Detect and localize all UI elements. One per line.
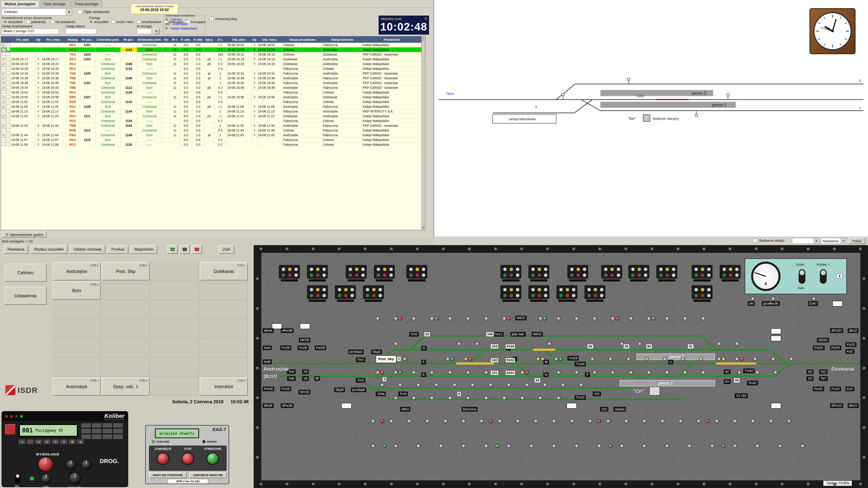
train-row[interactable]: ROJDziekanat1116——0.00.0II 2FabrycznaCel… (1, 119, 422, 123)
column-header[interactable]: Rodzaj (66, 37, 79, 43)
radio-dot[interactable] (3, 20, 7, 24)
column-header[interactable]: Prz. rzecz. (41, 37, 66, 43)
radio-key[interactable] (114, 435, 123, 439)
row-checkbox[interactable] (6, 114, 10, 117)
row-checkbox[interactable]: ✓ (2, 58, 5, 61)
wprowadzanie-godzin-button[interactable]: ◷ Wprowadzanie godzin (2, 232, 46, 237)
radio-key[interactable] (103, 429, 112, 433)
station-call-button[interactable] (102, 301, 150, 319)
edit-note-button[interactable]: ✎ (153, 29, 159, 34)
column-header[interactable] (1, 37, 6, 43)
row-checkbox[interactable] (6, 133, 10, 136)
row-checkbox[interactable] (6, 138, 10, 141)
station-call-button[interactable] (200, 320, 248, 338)
row-checkbox[interactable]: ✓ (2, 124, 5, 127)
radio-option[interactable]: uruchamiane (137, 20, 161, 24)
station-call-button[interactable] (151, 320, 199, 338)
function-key[interactable] (77, 440, 84, 444)
station-call-button[interactable] (151, 282, 199, 300)
train-row[interactable]: 19-06 10:52019-06 10:52ROJDziekanat1126—… (1, 90, 422, 95)
column-header[interactable]: Przewoźnik (362, 37, 422, 43)
function-key[interactable] (44, 440, 51, 444)
station-call-button[interactable] (102, 282, 150, 300)
sledzenie-skladu-checkbox[interactable]: Śledzenie składu (753, 238, 784, 242)
handset-button[interactable]: ☎ (180, 245, 190, 254)
row-checkbox[interactable] (6, 43, 10, 46)
row-checkbox[interactable]: ✓ (2, 81, 5, 85)
station-call-button[interactable] (151, 339, 199, 357)
row-checkbox[interactable] (6, 86, 10, 89)
emergency-open-button[interactable]: AWARYJNE OTWIERANIE (149, 472, 186, 478)
row-checkbox[interactable] (6, 52, 10, 56)
station-call-button[interactable] (53, 358, 101, 377)
row-checkbox[interactable] (6, 95, 10, 98)
station-call-button[interactable]: 0:00 s Post. Skp (102, 262, 150, 281)
row-checkbox[interactable]: ✓ (2, 115, 5, 118)
train-row[interactable]: ✓19-06 11:34019-06 11:34TMEDziekanat1182… (1, 123, 422, 128)
row-checkbox[interactable] (6, 128, 10, 131)
column-header[interactable]: Stacja końcowa (322, 37, 362, 43)
nasluch-knob[interactable] (69, 472, 81, 484)
column-header[interactable]: Tor (162, 37, 170, 43)
radio-option[interactable]: wszystkie (89, 20, 108, 24)
column-header[interactable]: W kierunku post. (137, 37, 162, 43)
tab[interactable]: Wykaz pociągów (1, 0, 39, 7)
scroll-down-icon[interactable]: ▼ (422, 226, 425, 230)
sfr-knob[interactable] (41, 474, 51, 484)
stop-button[interactable] (182, 452, 194, 465)
column-header[interactable]: Nr t. (170, 37, 180, 43)
radio-key[interactable] (92, 429, 102, 433)
column-header[interactable] (6, 37, 10, 43)
station-call-button[interactable] (53, 301, 101, 319)
row-checkbox[interactable] (6, 100, 10, 103)
train-row[interactable]: 19-06 11:13019-06 11:13EIEDziekanat1144B… (1, 109, 422, 114)
radio-option[interactable]: nie potwierdz. (51, 20, 76, 24)
function-key[interactable] (61, 440, 67, 444)
column-header[interactable]: P. odd. (192, 37, 204, 43)
collapse-button[interactable]: Zwiń (219, 245, 234, 254)
row-checkbox[interactable] (6, 57, 10, 60)
row-checkbox[interactable] (6, 76, 10, 79)
row-checkbox[interactable]: ✓ (2, 43, 5, 47)
train-row[interactable]: TKS1103——Dziekanat110.00.010419-06 10:10… (1, 52, 422, 57)
knob-b[interactable] (81, 459, 92, 470)
radio-dot[interactable] (26, 20, 30, 24)
toolbar-button[interactable]: Klawiatura (4, 245, 28, 254)
station-call-button[interactable] (200, 339, 248, 357)
column-header[interactable]: Nr poc. (79, 37, 95, 43)
row-checkbox[interactable]: ✓ (2, 100, 5, 104)
chevron-down-icon[interactable]: ▼ (66, 9, 72, 15)
column-header[interactable]: P. ł. (214, 37, 226, 43)
row-checkbox[interactable] (2, 138, 5, 141)
row-checkbox[interactable]: ✓ (2, 86, 5, 90)
train-row[interactable]: ✓19-06 10:29019-06 10:29TNE1105BzinDziek… (1, 71, 422, 76)
radio-key[interactable] (82, 423, 91, 428)
train-row[interactable]: ✓19-06 11:02019-06 11:02ROEDziekanat1132… (1, 100, 422, 104)
function-key[interactable] (52, 440, 59, 444)
function-key[interactable] (69, 440, 76, 444)
checkbox[interactable] (753, 238, 757, 242)
row-checkbox[interactable]: ✓ (2, 76, 5, 80)
train-row[interactable]: 19-06 11:57019-06 11:57ROJ1115Bzin——0.00… (1, 138, 422, 142)
emergency-close-button[interactable]: ZAMKNIĘCIE AWARYJNE (189, 472, 227, 478)
row-checkbox[interactable] (6, 90, 10, 94)
close-crossing-button[interactable] (157, 452, 169, 465)
column-header[interactable]: Odj. rzecz. (257, 37, 283, 43)
uwagi-eksploatacyjne-input[interactable]: dkładz ć pociągu 1115 (2, 29, 59, 34)
train-row[interactable]: 19-06 11:58019-06 11:58ROJDziekanat1120—… (1, 142, 422, 147)
row-checkbox[interactable] (6, 123, 10, 127)
column-header[interactable]: Op (252, 37, 257, 43)
ptt-button[interactable] (5, 424, 16, 435)
radio-option[interactable]: uruch.+kon. (111, 20, 134, 24)
nr-pociagu-input[interactable] (137, 29, 152, 34)
row-checkbox[interactable] (6, 66, 10, 70)
scroll-thumb[interactable] (422, 40, 425, 56)
toolbar-button[interactable]: Przekaz (107, 245, 128, 254)
radio-key[interactable] (103, 423, 112, 428)
column-header[interactable]: Nr poc. (121, 37, 137, 43)
radio-dot[interactable] (137, 20, 141, 24)
station-call-button[interactable] (200, 301, 248, 319)
scroll-up-icon[interactable]: ▲ (422, 36, 425, 40)
station-call-button[interactable] (102, 358, 150, 377)
checkbox[interactable]: ✓ (209, 17, 214, 21)
